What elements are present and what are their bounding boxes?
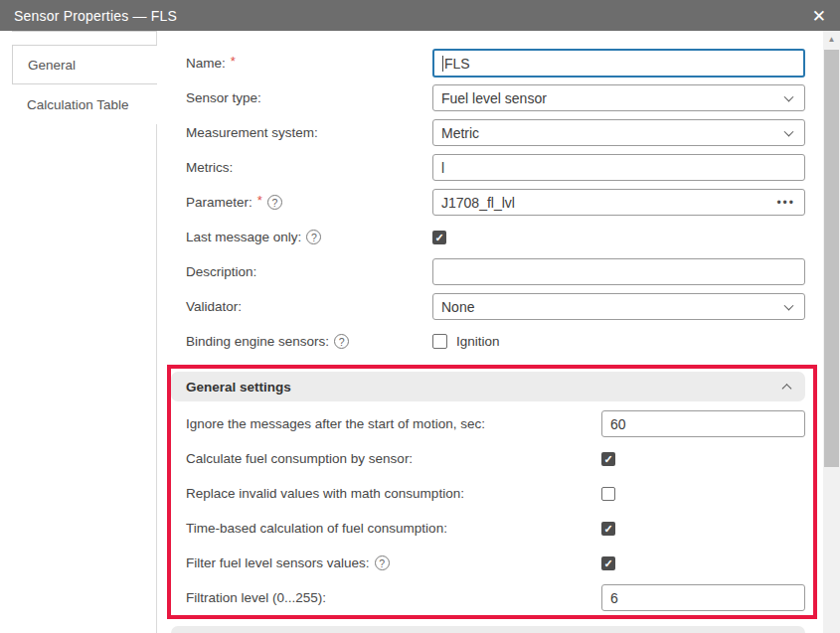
parameter-value: J1708_fl_lvl	[441, 195, 515, 211]
scroll-up-icon: ▲	[828, 35, 836, 44]
form-row-parameter: Parameter: * ? J1708_fl_lvl •••	[171, 185, 805, 220]
tab-general[interactable]: General	[12, 45, 157, 84]
calculate-fuel-consumption-checkbox[interactable]: ✓	[601, 452, 615, 466]
chevron-down-icon	[784, 126, 794, 136]
calculate-fuel-consumption-label: Calculate fuel consumption by sensor:	[186, 451, 413, 466]
measurement-system-select[interactable]: Metric	[432, 119, 805, 146]
chevron-up-icon[interactable]	[782, 384, 792, 394]
replace-invalid-values-label: Replace invalid values with math consump…	[186, 486, 464, 501]
filter-fuel-level-checkbox[interactable]: ✓	[601, 556, 615, 570]
filter-fuel-level-label: Filter fuel level sensors values:	[186, 555, 370, 570]
row-filter-fuel-level: Filter fuel level sensors values: ? ✓	[171, 546, 813, 580]
name-input[interactable]: FLS	[432, 49, 805, 78]
general-settings-highlight-box: General settings Ignore the messages aft…	[167, 365, 817, 619]
row-filtration-level: Filtration level (0...255): 6	[171, 580, 813, 615]
ignore-messages-input[interactable]: 60	[601, 410, 805, 437]
row-calculate-fuel-consumption: Calculate fuel consumption by sensor: ✓	[171, 441, 813, 476]
text-caret	[442, 56, 443, 72]
ignition-checkbox-label: Ignition	[456, 334, 500, 349]
validator-label: Validator:	[186, 299, 242, 314]
validator-select[interactable]: None	[432, 293, 805, 320]
row-time-based-calculation: Time-based calculation of fuel consumpti…	[171, 511, 813, 546]
ignore-messages-label: Ignore the messages after the start of m…	[186, 416, 485, 431]
time-based-calculation-checkbox[interactable]: ✓	[601, 522, 615, 536]
dialog-titlebar: Sensor Properties — FLS ✕	[0, 0, 840, 31]
measurement-system-label: Measurement system:	[186, 125, 318, 140]
close-icon[interactable]: ✕	[812, 7, 826, 24]
parameter-label: Parameter:	[186, 195, 252, 210]
required-mark: *	[257, 193, 262, 208]
filtration-level-value: 6	[610, 590, 618, 606]
sensor-type-label: Sensor type:	[186, 90, 261, 105]
last-message-only-label: Last message only:	[186, 230, 301, 244]
form-row-sensor-type: Sensor type: Fuel level sensor	[171, 80, 805, 115]
time-based-calculation-label: Time-based calculation of fuel consumpti…	[186, 521, 447, 536]
chevron-down-icon	[784, 91, 794, 101]
form-row-measurement-system: Measurement system: Metric	[171, 115, 805, 150]
sensor-type-value: Fuel level sensor	[441, 90, 547, 106]
vertical-scrollbar[interactable]: ▲	[823, 31, 840, 633]
general-settings-rows: Ignore the messages after the start of m…	[171, 406, 813, 615]
dialog-title: Sensor Properties — FLS	[14, 8, 177, 24]
scroll-up-button[interactable]: ▲	[823, 31, 840, 48]
tab-general-label: General	[28, 58, 76, 73]
filtration-level-label: Filtration level (0...255):	[186, 590, 326, 605]
last-message-only-checkbox[interactable]: ✓	[432, 231, 446, 244]
tab-calculation-table-label: Calculation Table	[27, 97, 129, 112]
help-icon[interactable]: ?	[267, 195, 282, 210]
validator-value: None	[441, 299, 474, 315]
general-tab-form: Name: * FLS Sensor type: Fuel level sens…	[171, 46, 805, 359]
help-icon[interactable]: ?	[375, 555, 390, 570]
parameter-more-button[interactable]: •••	[776, 196, 795, 210]
next-section-header-stub[interactable]	[171, 626, 805, 633]
description-label: Description:	[186, 264, 256, 279]
form-row-name: Name: * FLS	[171, 46, 805, 80]
general-settings-section-header[interactable]: General settings	[171, 372, 805, 401]
metrics-label: Metrics:	[186, 160, 233, 175]
binding-engine-sensors-label: Binding engine sensors:	[186, 334, 329, 349]
parameter-input[interactable]: J1708_fl_lvl •••	[432, 189, 805, 216]
form-row-binding-engine-sensors: Binding engine sensors: ? Ignition	[171, 324, 805, 359]
form-row-metrics: Metrics: l	[171, 150, 805, 185]
filtration-level-input[interactable]: 6	[601, 584, 805, 611]
name-label: Name:	[186, 56, 226, 71]
row-replace-invalid-values: Replace invalid values with math consump…	[171, 476, 813, 511]
general-settings-title: General settings	[186, 380, 291, 395]
ignition-checkbox[interactable]	[432, 334, 447, 349]
ignore-messages-value: 60	[610, 416, 626, 432]
description-input[interactable]	[432, 258, 805, 285]
form-row-description: Description:	[171, 254, 805, 289]
tab-calculation-table[interactable]: Calculation Table	[12, 84, 157, 124]
row-ignore-messages: Ignore the messages after the start of m…	[171, 406, 813, 441]
required-mark: *	[231, 54, 236, 69]
sensor-type-select[interactable]: Fuel level sensor	[432, 84, 805, 111]
measurement-system-value: Metric	[441, 125, 479, 141]
replace-invalid-values-checkbox[interactable]	[601, 487, 615, 501]
form-row-validator: Validator: None	[171, 289, 805, 324]
metrics-value: l	[441, 160, 444, 176]
chevron-down-icon	[784, 300, 794, 310]
form-row-last-message-only: Last message only: ? ✓	[171, 220, 805, 254]
help-icon[interactable]: ?	[334, 334, 349, 349]
help-icon[interactable]: ?	[306, 230, 321, 244]
metrics-input[interactable]: l	[432, 154, 805, 181]
name-value: FLS	[444, 56, 470, 72]
sensor-properties-dialog: Sensor Properties — FLS ✕ General Calcul…	[0, 0, 840, 633]
tab-list: General Calculation Table	[12, 31, 157, 124]
scrollbar-thumb[interactable]	[824, 50, 839, 467]
